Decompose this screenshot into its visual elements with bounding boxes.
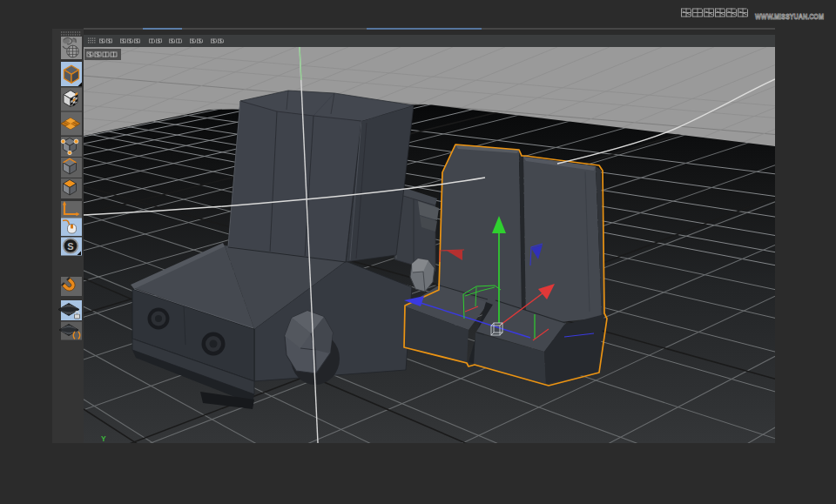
svg-text:WWW.MISSYUAN.COM: WWW.MISSYUAN.COM	[755, 11, 824, 21]
svg-text:Y: Y	[101, 434, 106, 443]
svg-text:S: S	[67, 241, 73, 252]
